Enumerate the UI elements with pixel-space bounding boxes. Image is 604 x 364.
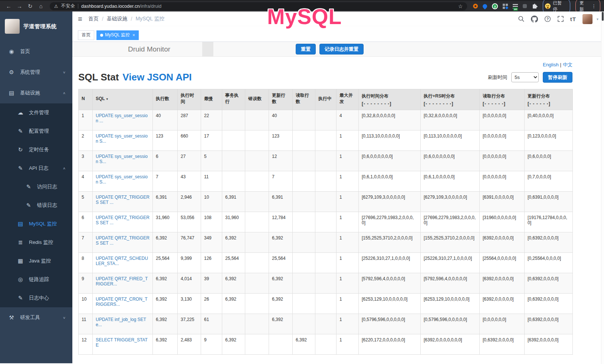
github-icon[interactable] — [531, 16, 538, 23]
user-avatar[interactable] — [582, 14, 592, 24]
sql-link[interactable]: UPDATE sys_user_session ... — [96, 113, 148, 123]
sidebar-item-scheduled-tasks[interactable]: ↻ 定时任务 — [0, 140, 72, 159]
extension-blob-icon[interactable] — [523, 4, 527, 8]
sql-link[interactable]: UPDATE inf_job_log SET e... — [96, 317, 146, 327]
sidebar-item-trace[interactable]: ◎ 链路追踪 — [0, 270, 72, 289]
sql-link[interactable]: UPDATE QRTZ_FIRED_TRIGGER... — [96, 276, 148, 287]
cell-exec-count: 6,392 — [153, 294, 178, 314]
druid-tab-json-api[interactable] — [269, 42, 280, 57]
column-header[interactable]: 执行数 — [153, 89, 178, 110]
sidebar-item-config-management[interactable]: ✎ 配置管理 — [0, 122, 72, 140]
sidebar-item-mysql-monitor[interactable]: ▤ MySQL 监控 — [0, 215, 72, 233]
column-header[interactable]: 错误数 — [245, 89, 269, 110]
extension-pin-icon[interactable] — [482, 3, 488, 9]
close-icon[interactable]: × — [132, 33, 135, 38]
sql-link[interactable]: UPDATE QRTZ_CRON_TRIGGERS... — [96, 297, 148, 307]
cell-exec-time: 287 — [178, 110, 201, 130]
table-row: 12 SELECT TRIGGER_STATE 6,392 2,483 9 6,… — [79, 334, 573, 355]
sql-link[interactable]: UPDATE QRTZ_TRIGGERS SET ... — [96, 195, 150, 205]
refresh-clock-icon: ↻ — [17, 146, 24, 153]
column-header[interactable]: 读取行分布[- - - - - -] — [480, 89, 525, 110]
font-size-icon[interactable]: tT — [570, 16, 576, 22]
sidebar-item-api-logs[interactable]: ✎ API 日志 ∧ — [0, 159, 72, 178]
reset-button[interactable]: 重置 — [296, 44, 316, 54]
cell-tx-exec — [222, 130, 245, 151]
sidebar-item-infrastructure[interactable]: ▤ 基础设施 ∧ — [0, 83, 72, 103]
druid-brand[interactable]: Druid Monitor — [128, 45, 170, 53]
kebab-menu-icon[interactable]: ⋮ — [591, 3, 596, 9]
browser-home-icon[interactable]: ⌂ — [36, 2, 46, 11]
help-icon[interactable]: ? — [544, 16, 551, 22]
column-header[interactable]: 执行时间 — [178, 89, 201, 110]
sidebar-item-system-management[interactable]: ⚙ 系统管理 ∨ — [0, 62, 72, 83]
sidebar-item-log-center[interactable]: ✎ 日志中心 — [0, 289, 72, 307]
breadcrumb-infrastructure[interactable]: 基础设施 — [107, 16, 128, 22]
chevron-icon: ∧ — [63, 166, 66, 170]
column-header[interactable]: 更新行分布[- - - - - -] — [525, 89, 573, 110]
column-header[interactable]: SQL▼ — [93, 89, 153, 110]
druid-tab-sql-monitor[interactable] — [202, 42, 213, 57]
extension-grid-icon[interactable] — [503, 4, 508, 9]
druid-tab-datasource[interactable] — [191, 42, 202, 57]
extensions-puzzle-icon[interactable] — [532, 3, 538, 9]
sql-link[interactable]: UPDATE QRTZ_TRIGGERS SET ... — [96, 215, 150, 225]
cell-sql: UPDATE inf_job_log SET e... — [93, 314, 153, 334]
column-header[interactable]: 执行中 — [315, 89, 337, 110]
refresh-interval-select[interactable]: 5s — [511, 72, 539, 82]
browser-forward-icon[interactable]: → — [14, 2, 24, 11]
druid-tab-web-app[interactable] — [224, 42, 236, 57]
sql-link[interactable]: UPDATE QRTZ_TRIGGERS SET ... — [96, 235, 150, 246]
sql-link[interactable]: UPDATE sys_user_session S... — [96, 154, 148, 164]
sidebar-item-error-logs[interactable]: ✎ 错误日志 — [0, 196, 72, 215]
extension-y-icon[interactable]: y — [492, 3, 498, 9]
druid-tab-home[interactable] — [180, 42, 191, 57]
extension-donut-icon[interactable] — [473, 4, 478, 9]
column-header[interactable]: 执行+RS时分布[- - - - - - - -] — [421, 89, 480, 110]
sidebar-item-file-management[interactable]: ☁ 文件管理 — [0, 103, 72, 122]
page-scrollbar[interactable] — [601, 11, 604, 364]
sql-link[interactable]: UPDATE sys_user_session S... — [96, 133, 148, 144]
security-label[interactable]: 不安全 — [61, 3, 75, 9]
cell-exec-time-dist: [0,113,10,0,0,0,0,0] — [359, 130, 421, 151]
sidebar-item-redis-monitor[interactable]: ≣ Redis 监控 — [0, 233, 72, 252]
sql-link[interactable]: SELECT TRIGGER_STATE — [96, 337, 148, 348]
druid-tab-uri-monitor[interactable] — [236, 42, 247, 57]
browser-reload-icon[interactable]: ↻ — [25, 2, 35, 11]
pause-refresh-button[interactable]: 暂停刷新 — [543, 72, 572, 83]
lang-chinese-link[interactable]: 中文 — [563, 62, 572, 67]
column-header[interactable]: N — [79, 89, 93, 110]
druid-tab-session[interactable] — [247, 42, 258, 57]
sidebar-item-dev-tools[interactable]: ⚒ 研发工具 ∨ — [0, 307, 72, 328]
view-json-api-link[interactable]: View JSON API — [122, 72, 191, 83]
extension-list-icon[interactable]: on — [513, 4, 518, 9]
log-and-reset-button[interactable]: 记录日志并重置 — [319, 44, 364, 54]
sql-link[interactable]: UPDATE QRTZ_SCHEDULER_STA... — [96, 256, 148, 266]
browser-back-icon[interactable]: ← — [4, 2, 14, 11]
column-header[interactable]: 更新行数 — [269, 89, 293, 110]
breadcrumb-home[interactable]: 首页 — [88, 16, 99, 22]
caret-down-icon[interactable]: ▾ — [597, 17, 598, 21]
sidebar-item-java-monitor[interactable]: ▦ Java 监控 — [0, 252, 72, 270]
sidebar-item-access-logs[interactable]: ✎ 访问日志 — [0, 178, 72, 196]
fullscreen-icon[interactable] — [557, 16, 564, 22]
column-header[interactable]: 事务执行 — [222, 89, 245, 110]
tag-mysql-monitor[interactable]: MySQL 监控 × — [96, 30, 139, 40]
column-header[interactable]: 最大并发 — [337, 89, 359, 110]
scrollbar-thumb[interactable] — [602, 12, 604, 21]
column-header[interactable]: 执行时间分布[- - - - - - - -] — [359, 89, 421, 110]
app-logo[interactable]: 芋道管理系统 — [0, 11, 72, 41]
druid-tab-sql-firewall[interactable] — [213, 42, 224, 57]
tag-home[interactable]: 首页 — [78, 30, 94, 40]
lang-english-link[interactable]: English — [543, 62, 559, 67]
sql-link[interactable]: UPDATE sys_user_session S... — [96, 174, 148, 185]
druid-tab-spring[interactable] — [258, 42, 269, 57]
bookmark-star-icon[interactable]: ☆ — [458, 3, 463, 9]
column-header[interactable]: 读取行数 — [293, 89, 315, 110]
table-row: 8 UPDATE QRTZ_SCHEDULER_STA... 25,564 9,… — [79, 253, 573, 273]
cell-row-number: 6 — [79, 212, 93, 232]
column-header[interactable]: 最慢 — [201, 89, 222, 110]
sidebar-item-home[interactable]: ◉ 首页 — [0, 41, 72, 62]
hamburger-icon[interactable]: ≡ — [78, 15, 82, 23]
address-bar[interactable]: ⚠ 不安全 dashboard.yudao.iocoder.cn/infra/d… — [50, 2, 467, 10]
search-icon[interactable] — [518, 16, 525, 22]
